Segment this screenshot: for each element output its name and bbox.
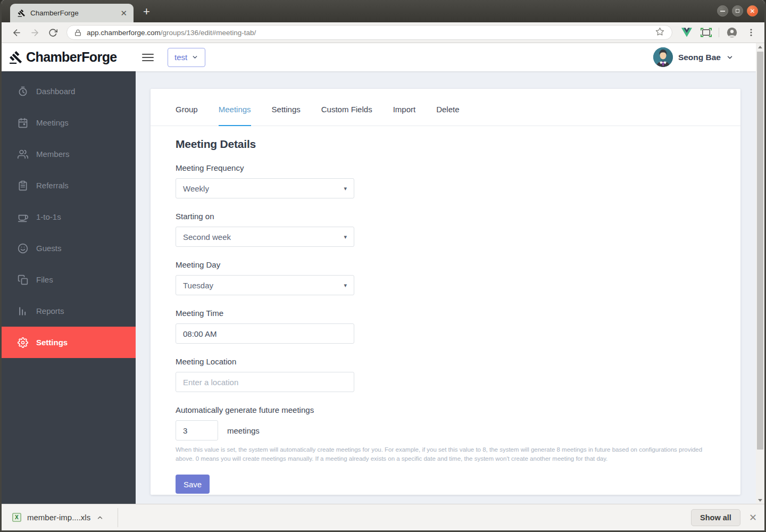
new-tab-button[interactable]: + bbox=[143, 5, 150, 19]
group-selector-value: test bbox=[174, 53, 187, 62]
users-icon bbox=[18, 149, 28, 160]
close-window-button[interactable]: ✕ bbox=[747, 5, 758, 16]
meeting-location-label: Meeting Location bbox=[176, 357, 714, 366]
sidebar-item-referrals[interactable]: Referrals bbox=[2, 170, 136, 201]
meeting-frequency-select[interactable]: Weekly ▾ bbox=[176, 178, 354, 198]
bar-chart-icon bbox=[18, 306, 28, 317]
sidebar-item-label: Guests bbox=[36, 244, 62, 253]
sidebar-item-label: Reports bbox=[36, 306, 64, 315]
browser-window: ChamberForge ✕ + ✕ app.chamberforge.com/… bbox=[0, 0, 766, 532]
excel-file-icon: X bbox=[12, 513, 21, 522]
group-selector[interactable]: test bbox=[168, 48, 205, 67]
sidebar-item-dashboard[interactable]: Dashboard bbox=[2, 76, 136, 107]
tab-custom-fields[interactable]: Custom Fields bbox=[321, 105, 372, 126]
tab-delete[interactable]: Delete bbox=[436, 105, 459, 126]
caret-down-icon: ▾ bbox=[344, 282, 347, 289]
meeting-time-input[interactable] bbox=[183, 329, 347, 338]
sidebar-item-label: Settings bbox=[36, 338, 68, 347]
sidebar: Dashboard Meetings Members Referrals 1-t… bbox=[2, 71, 136, 504]
gavel-favicon-icon bbox=[18, 9, 26, 17]
show-all-downloads-button[interactable]: Show all bbox=[691, 509, 740, 526]
browser-tab[interactable]: ChamberForge ✕ bbox=[10, 4, 134, 22]
gear-icon bbox=[18, 337, 28, 348]
scrollbar-thumb[interactable] bbox=[757, 52, 763, 450]
hamburger-menu-icon[interactable] bbox=[142, 54, 154, 61]
address-bar[interactable]: app.chamberforge.com/groups/136/edit#mee… bbox=[66, 25, 672, 40]
tab-group[interactable]: Group bbox=[176, 105, 198, 126]
minimize-button[interactable] bbox=[717, 5, 728, 16]
bookmark-star-icon[interactable] bbox=[655, 27, 664, 38]
sidebar-item-settings[interactable]: Settings bbox=[2, 327, 136, 358]
back-button[interactable] bbox=[9, 25, 24, 40]
svg-text:X: X bbox=[15, 514, 19, 520]
meeting-location-input[interactable] bbox=[183, 378, 347, 387]
chevron-up-icon[interactable] bbox=[96, 514, 104, 521]
app-viewport: ChamberForge test Seong Bae Dashboard bbox=[2, 43, 764, 504]
maximize-button[interactable] bbox=[732, 5, 743, 16]
meeting-time-field bbox=[176, 323, 354, 344]
sidebar-item-members[interactable]: Members bbox=[2, 138, 136, 170]
browser-menu-icon[interactable] bbox=[743, 25, 759, 40]
downloaded-file-chip[interactable]: X member-imp....xls bbox=[12, 513, 118, 522]
autogen-label: Automatically generate future meetings bbox=[176, 405, 714, 414]
url-path: /groups/136/edit#meeting-tab/ bbox=[161, 29, 256, 37]
sidebar-item-guests[interactable]: Guests bbox=[2, 232, 136, 264]
clipboard-icon bbox=[18, 180, 28, 191]
sidebar-item-files[interactable]: Files bbox=[2, 264, 136, 295]
profile-icon[interactable] bbox=[724, 25, 740, 40]
autogen-count-field bbox=[176, 420, 218, 440]
sidebar-item-label: Referrals bbox=[36, 181, 69, 190]
smile-icon bbox=[18, 243, 28, 254]
scroll-up-icon[interactable] bbox=[756, 43, 764, 51]
meeting-time-label: Meeting Time bbox=[176, 309, 714, 318]
sidebar-item-meetings[interactable]: Meetings bbox=[2, 107, 136, 138]
settings-card: Group Meetings Settings Custom Fields Im… bbox=[151, 89, 740, 495]
page-title: Meeting Details bbox=[176, 138, 714, 151]
window-controls: ✕ bbox=[717, 5, 758, 16]
meeting-frequency-label: Meeting Frequency bbox=[176, 163, 714, 172]
sidebar-item-label: Meetings bbox=[36, 118, 69, 127]
vertical-scrollbar[interactable] bbox=[756, 43, 764, 504]
sidebar-item-reports[interactable]: Reports bbox=[2, 295, 136, 327]
brand-logo[interactable]: ChamberForge bbox=[2, 49, 135, 65]
tab-title: ChamberForge bbox=[30, 9, 119, 17]
user-name: Seong Bae bbox=[678, 53, 721, 62]
screenshot-extension-icon[interactable] bbox=[698, 25, 714, 40]
downloaded-file-name: member-imp....xls bbox=[27, 513, 90, 522]
select-value: Weekly bbox=[183, 184, 209, 193]
browser-toolbar: app.chamberforge.com/groups/136/edit#mee… bbox=[2, 22, 764, 43]
close-download-bar-icon[interactable]: ✕ bbox=[749, 513, 757, 522]
forward-button[interactable] bbox=[27, 25, 42, 40]
copy-icon bbox=[18, 275, 28, 285]
app-header: ChamberForge test Seong Bae bbox=[2, 43, 756, 71]
caret-down-icon: ▾ bbox=[344, 185, 347, 192]
sidebar-item-1-to-1s[interactable]: 1-to-1s bbox=[2, 201, 136, 232]
autogen-count-input[interactable] bbox=[183, 421, 211, 440]
sidebar-item-label: Dashboard bbox=[36, 87, 75, 96]
reload-button[interactable] bbox=[45, 25, 60, 40]
save-button[interactable]: Save bbox=[176, 475, 210, 494]
calendar-icon bbox=[18, 118, 28, 128]
tab-import[interactable]: Import bbox=[393, 105, 416, 126]
chevron-down-icon bbox=[726, 54, 734, 61]
vue-devtools-extension-icon[interactable] bbox=[679, 25, 695, 40]
clock-icon bbox=[18, 86, 28, 97]
autogen-help-text: When this value is set, the system will … bbox=[176, 445, 714, 463]
meeting-day-select[interactable]: Tuesday ▾ bbox=[176, 275, 354, 295]
user-menu[interactable]: Seong Bae bbox=[653, 47, 756, 67]
gavel-logo-icon bbox=[9, 51, 23, 64]
starting-on-select[interactable]: Second week ▾ bbox=[176, 227, 354, 247]
scroll-down-icon[interactable] bbox=[756, 496, 764, 504]
toolbar-separator bbox=[719, 28, 719, 37]
meeting-location-field bbox=[176, 372, 354, 392]
tab-settings[interactable]: Settings bbox=[272, 105, 301, 126]
brand-name: ChamberForge bbox=[26, 49, 117, 65]
tabs-nav: Group Meetings Settings Custom Fields Im… bbox=[151, 89, 460, 126]
tab-meetings[interactable]: Meetings bbox=[219, 105, 251, 126]
download-bar-separator bbox=[118, 508, 118, 527]
browser-titlebar: ChamberForge ✕ + ✕ bbox=[2, 0, 764, 22]
tab-close-icon[interactable]: ✕ bbox=[119, 9, 128, 18]
chevron-down-icon bbox=[192, 54, 198, 61]
meeting-details-form: Meeting Details Meeting Frequency Weekly… bbox=[151, 126, 740, 494]
autogen-suffix: meetings bbox=[227, 426, 260, 435]
